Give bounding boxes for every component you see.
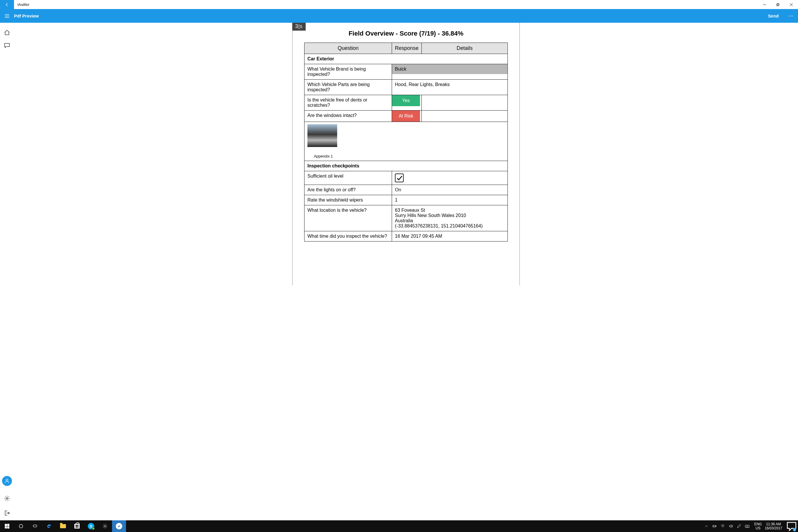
window-title: iAuditor — [14, 0, 33, 9]
response-badge-risk: At Risk — [392, 111, 420, 121]
windows-taskbar: S ENG US 11:36 AM 16/03/2017 6 — [0, 520, 798, 532]
table-row: What time did you inspect the vehicle? 1… — [304, 231, 508, 242]
home-icon[interactable] — [0, 26, 14, 39]
edge-browser-icon[interactable] — [42, 520, 56, 532]
appendix-caption: Appendix 1 — [314, 154, 505, 158]
svg-point-5 — [6, 479, 8, 481]
svg-rect-1 — [777, 3, 779, 5]
vehicle-photo-thumbnail — [307, 124, 337, 147]
appbar-title: Pdf Preview — [14, 14, 39, 18]
response-badge-yes: Yes — [392, 95, 420, 106]
pdf-page: Field Overview - Score (7/19) - 36.84% Q… — [292, 23, 520, 285]
section-header: Car Exterior — [304, 54, 508, 64]
task-view-icon[interactable] — [28, 520, 42, 532]
table-row: Sufficient oil level — [304, 171, 508, 185]
back-button[interactable] — [0, 0, 14, 9]
table-row: What location is the vehicle? 63 Foveaux… — [304, 205, 508, 231]
skype-icon[interactable]: S — [84, 520, 98, 532]
wifi-icon[interactable] — [720, 524, 725, 529]
keyboard-icon[interactable] — [745, 524, 749, 529]
close-button[interactable] — [784, 0, 798, 9]
section-header: Inspection checkpoints — [304, 161, 508, 171]
exit-icon[interactable] — [0, 506, 14, 520]
app-bar: Pdf Preview Send — [0, 9, 798, 23]
table-row: What Vehicle Brand is being inspected? B… — [304, 64, 508, 80]
page-indicator: 3|5 — [292, 23, 306, 31]
response-value: On — [392, 185, 508, 195]
table-row: Rate the windshield wipers 1 — [304, 195, 508, 205]
action-center-icon[interactable]: 6 — [785, 520, 798, 532]
svg-point-9 — [104, 526, 106, 527]
document-title: Field Overview - Score (7/19) - 36.84% — [304, 30, 508, 37]
svg-rect-8 — [34, 525, 36, 527]
cortana-icon[interactable] — [14, 520, 28, 532]
checkbox-checked-icon — [395, 173, 404, 182]
table-row: Is the vehicle free of dents or scratche… — [304, 95, 508, 111]
chat-icon[interactable] — [0, 39, 14, 52]
col-response: Response — [392, 43, 422, 54]
svg-rect-0 — [777, 4, 779, 6]
iauditor-taskbar-icon[interactable] — [112, 520, 126, 532]
window-titlebar: iAuditor — [0, 0, 798, 9]
more-button[interactable] — [784, 14, 798, 19]
report-table: Question Response Details Car Exterior W… — [304, 43, 508, 242]
start-button[interactable] — [0, 520, 14, 532]
response-value: 16 Mar 2017 09:45 AM — [392, 231, 508, 242]
col-details: Details — [422, 43, 508, 54]
response-value: 1 — [392, 195, 508, 205]
language-clock[interactable]: ENG US 11:36 AM 16/03/2017 — [751, 522, 785, 531]
battery-icon[interactable] — [712, 524, 717, 529]
maximize-button[interactable] — [771, 0, 784, 9]
windows-store-icon[interactable] — [70, 520, 84, 532]
minimize-button[interactable] — [758, 0, 771, 9]
file-explorer-icon[interactable] — [56, 520, 70, 532]
svg-point-3 — [791, 16, 791, 16]
svg-point-7 — [19, 525, 23, 528]
avatar[interactable] — [2, 476, 12, 486]
col-question: Question — [304, 43, 392, 54]
system-tray[interactable] — [702, 524, 751, 529]
pen-icon[interactable] — [737, 524, 741, 529]
table-row: Which Vehicle Parts are being inspected?… — [304, 80, 508, 95]
pdf-viewport[interactable]: 3|5 Field Overview - Score (7/19) - 36.8… — [14, 23, 798, 520]
response-value: Hood, Rear Lights, Breaks — [392, 80, 508, 90]
response-value: Buick — [392, 64, 508, 74]
svg-point-4 — [792, 16, 793, 16]
response-value: 63 Foveaux St Surry Hills New South Wale… — [392, 205, 508, 231]
svg-point-6 — [6, 498, 8, 499]
send-button[interactable]: Send — [763, 14, 784, 18]
hamburger-menu-button[interactable] — [0, 13, 14, 19]
volume-icon[interactable] — [728, 524, 733, 529]
left-sidebar — [0, 23, 14, 520]
table-row: Are the lights on or off? On — [304, 185, 508, 195]
tray-chevron-icon[interactable] — [704, 524, 709, 529]
svg-rect-10 — [713, 525, 716, 527]
settings-taskbar-icon[interactable] — [98, 520, 112, 532]
svg-point-2 — [789, 16, 790, 16]
table-header-row: Question Response Details — [304, 43, 508, 54]
table-row: Are the windows intact? At Risk — [304, 111, 508, 122]
settings-icon[interactable] — [0, 491, 14, 506]
photo-row: Appendix 1 — [304, 122, 508, 161]
